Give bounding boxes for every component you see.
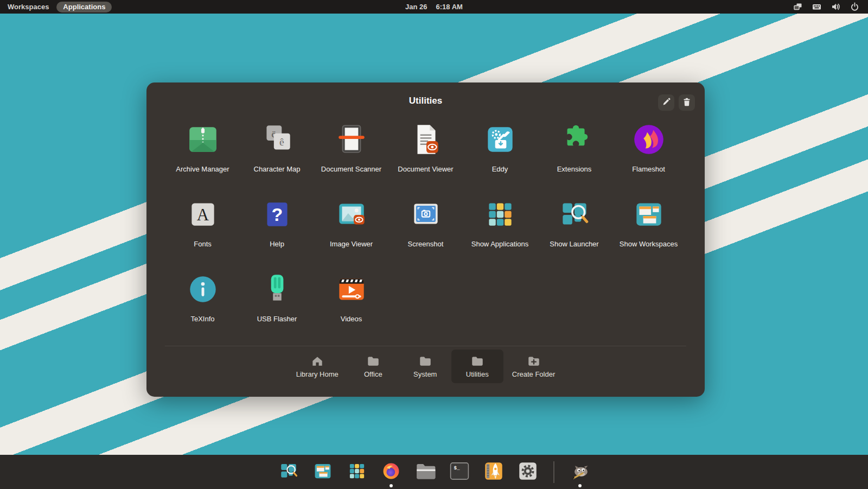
- folder-icon: [418, 354, 432, 368]
- app-usb-flasher[interactable]: USB Flasher: [240, 271, 314, 346]
- show-applications-icon: [346, 460, 368, 485]
- character-map-icon: öê: [259, 122, 295, 157]
- app-image-viewer[interactable]: Image Viewer: [314, 196, 388, 271]
- time-label: 6:18 AM: [436, 3, 463, 11]
- tab-utilities[interactable]: Utilities: [451, 350, 503, 383]
- app-label: Screenshot: [408, 240, 444, 248]
- show-applications-icon: [482, 196, 518, 232]
- app-grid: Archive Manager öê Character Map Documen…: [165, 122, 686, 346]
- system-tray[interactable]: [793, 2, 868, 11]
- top-bar: Workspaces Applications Jan 26 6:18 AM: [0, 0, 868, 14]
- keyboard-icon[interactable]: [812, 2, 821, 11]
- new-folder-icon: [527, 354, 541, 368]
- folder-icon: [366, 354, 380, 368]
- app-label: USB Flasher: [257, 315, 297, 323]
- show-launcher-icon: [277, 460, 300, 485]
- app-videos[interactable]: Videos: [314, 271, 388, 346]
- app-show-applications[interactable]: Show Applications: [463, 196, 537, 271]
- dock-terminal[interactable]: $_: [448, 456, 471, 488]
- dock-gimp[interactable]: [568, 456, 592, 488]
- app-show-workspaces[interactable]: Show Workspaces: [611, 196, 686, 271]
- app-texinfo[interactable]: TeXInfo: [165, 271, 240, 346]
- volume-icon[interactable]: [831, 2, 840, 11]
- dock-show-launcher[interactable]: [277, 456, 301, 488]
- app-label: Eddy: [492, 165, 508, 173]
- dock: $_: [0, 455, 868, 489]
- app-character-map[interactable]: öê Character Map: [240, 122, 314, 196]
- fonts-icon: A: [185, 196, 221, 232]
- app-flameshot[interactable]: Flameshot: [611, 122, 686, 196]
- applications-menu[interactable]: Applications: [56, 2, 112, 12]
- videos-icon: [334, 271, 369, 307]
- help-icon: ?: [259, 196, 295, 232]
- app-screenshot[interactable]: Screenshot: [388, 196, 463, 271]
- terminal-icon: $_: [448, 460, 471, 485]
- clock-menu[interactable]: Jan 26 6:18 AM: [405, 3, 463, 11]
- app-label: Archive Manager: [176, 165, 229, 173]
- app-archive-manager[interactable]: Archive Manager: [165, 122, 240, 196]
- app-document-viewer[interactable]: Document Viewer: [388, 122, 463, 196]
- gimp-icon: [569, 460, 591, 485]
- dock-files[interactable]: [413, 456, 437, 488]
- show-workspaces-icon: [631, 196, 667, 232]
- gear-icon: [516, 460, 539, 485]
- app-label: Show Applications: [471, 240, 529, 248]
- delete-folder-button[interactable]: [679, 94, 695, 111]
- extensions-icon: [557, 122, 592, 157]
- app-document-scanner[interactable]: Document Scanner: [314, 122, 388, 196]
- date-label: Jan 26: [405, 3, 427, 11]
- app-extensions[interactable]: Extensions: [537, 122, 611, 196]
- app-show-launcher[interactable]: Show Launcher: [537, 196, 611, 271]
- dock-show-workspaces[interactable]: [311, 456, 335, 488]
- svg-text:?: ?: [271, 204, 283, 225]
- folder-icon: [470, 354, 484, 368]
- app-label: Image Viewer: [330, 240, 373, 248]
- tab-system[interactable]: System: [399, 350, 451, 383]
- dock-firefox[interactable]: [379, 456, 403, 488]
- app-help[interactable]: ? Help: [240, 196, 314, 271]
- app-label: TeXInfo: [190, 315, 214, 323]
- dock-settings[interactable]: [516, 456, 540, 488]
- archive-manager-icon: [185, 122, 221, 157]
- rocket-icon: [482, 460, 505, 485]
- document-scanner-icon: [334, 122, 369, 157]
- running-indicator: [390, 484, 393, 487]
- texinfo-icon: [185, 271, 221, 307]
- app-label: Fonts: [194, 240, 212, 248]
- app-fonts[interactable]: A Fonts: [165, 196, 240, 271]
- divider: [165, 346, 686, 346]
- app-label: Help: [270, 240, 284, 248]
- screenshot-icon: [408, 196, 444, 232]
- svg-text:ê: ê: [279, 136, 284, 148]
- create-folder-button[interactable]: Create Folder: [503, 350, 564, 383]
- workspaces-menu[interactable]: Workspaces: [8, 3, 49, 11]
- app-label: Flameshot: [632, 165, 665, 173]
- svg-text:A: A: [196, 205, 209, 224]
- windows-overlap-icon[interactable]: [793, 2, 802, 11]
- show-workspaces-icon: [311, 460, 334, 485]
- app-label: Videos: [341, 315, 362, 323]
- dock-show-applications[interactable]: [345, 456, 369, 488]
- usb-flasher-icon: [259, 271, 295, 307]
- eddy-icon: [482, 122, 518, 157]
- app-label: Show Launcher: [550, 240, 598, 248]
- app-eddy[interactable]: Eddy: [463, 122, 537, 196]
- tab-library-home[interactable]: Library Home: [288, 350, 347, 383]
- image-viewer-icon: [334, 196, 369, 232]
- document-viewer-icon: [408, 122, 444, 157]
- edit-folder-button[interactable]: [658, 94, 674, 111]
- app-label: Document Viewer: [398, 165, 453, 173]
- show-launcher-icon: [557, 196, 592, 232]
- dock-app-launcher[interactable]: [482, 456, 506, 488]
- pencil-icon: [661, 97, 671, 109]
- category-tab-bar: Library Home Office System Utilities Cre…: [146, 350, 705, 383]
- home-icon: [310, 354, 324, 368]
- app-label: Show Workspaces: [620, 240, 678, 248]
- svg-text:$_: $_: [454, 465, 460, 471]
- trash-icon: [682, 97, 692, 109]
- running-indicator: [578, 484, 582, 487]
- power-icon[interactable]: [850, 2, 859, 11]
- tab-office[interactable]: Office: [347, 350, 399, 383]
- app-label: Document Scanner: [321, 165, 381, 173]
- app-folder-dialog: Utilities Archive Manager öê Character M…: [146, 82, 705, 397]
